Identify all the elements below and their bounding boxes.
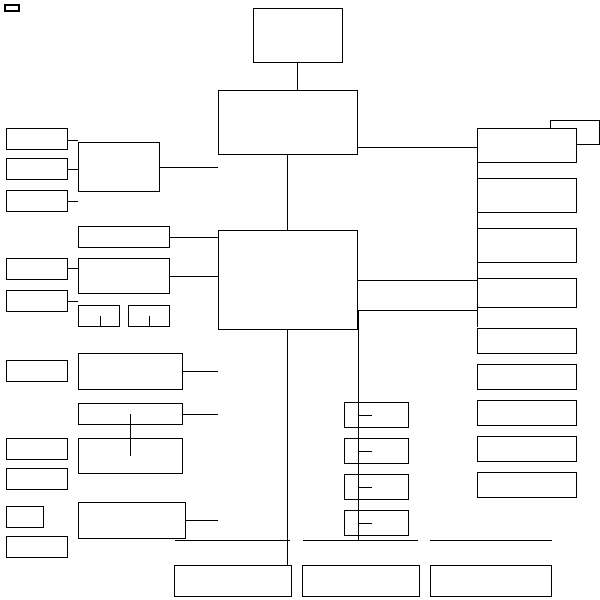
- hdd1-block: [344, 438, 409, 464]
- wimax-block: [477, 472, 577, 498]
- thermal-top-line: [175, 540, 290, 541]
- usbport3-block: [477, 400, 577, 426]
- hdmi-block: [6, 190, 68, 212]
- dcbatt-top-line: [430, 540, 552, 541]
- ich9m-sata-vline: [358, 310, 359, 540]
- cardreader1394-block: [78, 502, 186, 539]
- crt-mxm-line: [68, 169, 78, 170]
- minicard-wlan-block: [477, 128, 577, 163]
- esata-block: [344, 510, 409, 536]
- lcd-mxm-line: [68, 140, 78, 141]
- audioamp-block: [6, 438, 68, 460]
- usbport2-block: [477, 364, 577, 390]
- gigalan-conn: [477, 245, 478, 246]
- sata-odd-line: [358, 415, 372, 416]
- ich9m-usb-hline: [358, 280, 478, 281]
- mxm-block: [78, 142, 160, 192]
- cantiga-block: [218, 90, 358, 155]
- cardreader-block: [6, 536, 68, 558]
- sata-hdd1-line: [358, 451, 372, 452]
- ec-block: [78, 258, 170, 294]
- azaliamdc-ich9m-line: [183, 414, 218, 415]
- hdmi-mxm-line: [68, 201, 78, 202]
- cir-ec-line: [100, 316, 101, 326]
- thermal-sensor-block: [174, 565, 292, 597]
- usbport1-block: [477, 328, 577, 354]
- title-box: [4, 4, 20, 12]
- arraymic-block: [6, 360, 68, 382]
- dcbatt-block: [430, 565, 552, 597]
- hdd2-block: [344, 474, 409, 500]
- odd-block: [344, 402, 409, 428]
- expresscard-block: [477, 278, 577, 308]
- keyboard-block: [6, 290, 68, 312]
- jack-block: [6, 468, 68, 490]
- cantiga-right-hline: [358, 147, 478, 148]
- ich9m-block: [218, 230, 358, 330]
- azaliacodec-mdc-vline: [130, 414, 131, 456]
- cpu-block: [253, 8, 343, 63]
- ich9m-right-hline: [358, 310, 478, 311]
- cardreader-ich9m-line: [186, 520, 218, 521]
- arraymicdsp-ich9m-line: [183, 371, 218, 372]
- discharge-top-line: [303, 540, 418, 541]
- usbport4-block: [477, 436, 577, 462]
- minicard2-conn: [477, 195, 478, 196]
- mxm-cantiga-line: [160, 167, 218, 168]
- crt-block: [6, 158, 68, 180]
- debugconn-block: [78, 226, 170, 248]
- cantiga-ich9m-line: [287, 155, 288, 230]
- discharge-circuit-block: [302, 565, 420, 597]
- touchpad-ec-line: [68, 268, 78, 269]
- sata-esata-line: [358, 523, 372, 524]
- arraymicdsp-block: [78, 353, 183, 390]
- minicard1-line: [477, 147, 478, 197]
- lcd-block: [6, 128, 68, 150]
- sata-hdd2-line: [358, 487, 372, 488]
- cir-block: [78, 305, 120, 327]
- keyboard-ec-line: [68, 301, 78, 302]
- ref1394-block: [6, 506, 44, 528]
- gigalan-block: [477, 228, 577, 263]
- debug-ich9m-line: [170, 237, 218, 238]
- spi-ec-line: [149, 316, 150, 326]
- touchpad-block: [6, 258, 68, 280]
- ich9m-bottom-vline: [287, 330, 288, 565]
- minicard-tv-block: [477, 178, 577, 213]
- cpu-cantiga-line: [297, 63, 298, 91]
- ec-ich9m-line: [170, 276, 218, 277]
